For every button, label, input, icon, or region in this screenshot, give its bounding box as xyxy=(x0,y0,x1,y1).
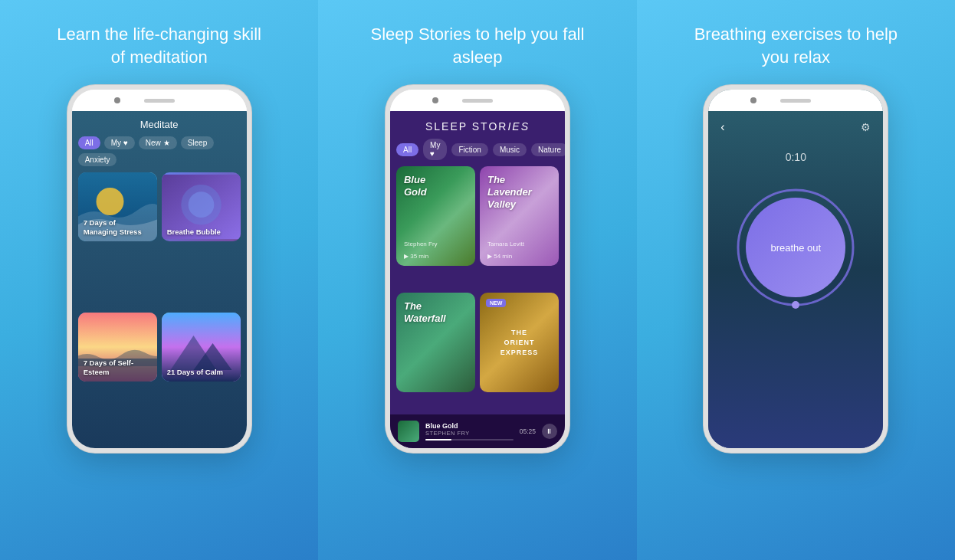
tab-new[interactable]: New ★ xyxy=(139,136,177,149)
meditate-tabs: All My ♥ New ★ Sleep Anxiety xyxy=(72,136,247,172)
now-playing-artist: STEPHEN FRY xyxy=(425,430,514,437)
sleep-tab-nature[interactable]: Nature xyxy=(531,143,565,156)
camera-right xyxy=(750,97,756,103)
settings-button[interactable]: ⚙ xyxy=(861,121,871,133)
story-duration-lavender: ▶ 54 min xyxy=(487,253,512,260)
pause-button[interactable]: ⏸ xyxy=(542,424,557,439)
sleep-grid: BlueGold Stephen Fry ▶ 35 min xyxy=(390,166,565,414)
sleep-tab-my[interactable]: My ♥ xyxy=(423,139,447,160)
story-title-orient: THEORIENTEXPRESS xyxy=(500,328,539,357)
meditate-grid: 7 Days of Managing Stress xyxy=(72,172,247,448)
svg-point-19 xyxy=(792,301,799,309)
tab-all[interactable]: All xyxy=(78,136,100,149)
card-managing-stress[interactable]: 7 Days of Managing Stress xyxy=(78,172,157,241)
phone-left: Meditate All My ♥ New ★ Sleep Anxiety xyxy=(67,85,251,453)
story-title-waterfall: TheWaterfall xyxy=(404,300,446,324)
sleep-screen: SLEEP STORies All My ♥ Fiction Music Nat… xyxy=(390,111,565,448)
sleep-tab-fiction[interactable]: Fiction xyxy=(451,143,487,156)
sleep-tab-music[interactable]: Music xyxy=(493,143,527,156)
new-badge: NEW xyxy=(486,299,506,307)
svg-point-4 xyxy=(188,192,214,218)
story-blue-gold[interactable]: BlueGold Stephen Fry ▶ 35 min xyxy=(396,166,475,266)
speaker-left xyxy=(144,99,175,103)
panel-right-title: Breathing exercises to help you relax xyxy=(688,23,903,68)
screen-right: ‹ ⚙ 0:10 breathe out xyxy=(708,111,883,448)
breathing-screen: ‹ ⚙ 0:10 breathe out xyxy=(708,111,883,448)
panel-left-title: Learn the life-changing skill of meditat… xyxy=(52,23,267,68)
sleep-header: SLEEP STORies xyxy=(390,111,565,139)
story-waterfall[interactable]: TheWaterfall xyxy=(396,293,475,392)
story-duration-blue-gold: ▶ 35 min xyxy=(404,253,428,260)
now-playing-info: Blue Gold STEPHEN FRY xyxy=(425,422,514,440)
speaker-center xyxy=(462,99,493,103)
screen-center: SLEEP STORies All My ♥ Fiction Music Nat… xyxy=(390,111,565,448)
story-author-blue-gold: Stephen Fry xyxy=(404,241,438,247)
panel-right: Breathing exercises to help you relax xyxy=(637,0,955,560)
now-playing-thumb xyxy=(398,421,419,442)
sleep-tabs: All My ♥ Fiction Music Nature xyxy=(390,139,565,166)
breathing-inner-circle: breathe out xyxy=(746,198,845,297)
card-label-stress: 7 Days of Managing Stress xyxy=(78,214,157,242)
svg-point-1 xyxy=(96,188,123,215)
breathing-circle-container: breathe out xyxy=(734,186,857,309)
progress-fill xyxy=(425,439,451,440)
panel-center-title: Sleep Stories to help you fall asleep xyxy=(370,23,585,68)
camera-center xyxy=(432,97,438,103)
now-playing-bar[interactable]: Blue Gold STEPHEN FRY 05:25 ⏸ xyxy=(390,414,565,448)
card-breathe-bubble[interactable]: Breathe Bubble xyxy=(162,172,241,241)
panel-left: Learn the life-changing skill of meditat… xyxy=(0,0,318,560)
phone-top-bar-right xyxy=(708,90,883,111)
sleep-title: SLEEP STORies xyxy=(398,120,557,133)
now-playing-time: 05:25 xyxy=(520,427,536,435)
card-label-breathe: Breathe Bubble xyxy=(162,223,241,241)
speaker-right xyxy=(780,99,811,103)
phone-top-bar-center xyxy=(390,90,565,111)
story-title-blue-gold: BlueGold xyxy=(404,174,427,198)
card-self-esteem[interactable]: 7 Days of Self-Esteem xyxy=(78,313,157,382)
card-label-self-esteem: 7 Days of Self-Esteem xyxy=(78,354,157,382)
story-title-lavender: TheLavenderValley xyxy=(487,174,532,210)
phone-center: SLEEP STORies All My ♥ Fiction Music Nat… xyxy=(386,85,569,453)
meditate-header: Meditate xyxy=(72,111,247,136)
phone-top-bar-left xyxy=(72,90,247,111)
phone-right: ‹ ⚙ 0:10 breathe out xyxy=(704,85,888,453)
card-21-days-calm[interactable]: 21 Days of Calm xyxy=(162,313,241,382)
panel-center: Sleep Stories to help you fall asleep SL… xyxy=(318,0,636,560)
tab-sleep[interactable]: Sleep xyxy=(181,136,215,149)
tab-anxiety[interactable]: Anxiety xyxy=(78,153,117,166)
breathing-timer: 0:10 xyxy=(786,151,806,163)
screen-left: Meditate All My ♥ New ★ Sleep Anxiety xyxy=(72,111,247,448)
back-button[interactable]: ‹ xyxy=(720,120,724,134)
story-lavender-valley[interactable]: TheLavenderValley Tamara Levitt ▶ 54 min xyxy=(480,166,559,266)
sleep-tab-all[interactable]: All xyxy=(396,143,418,156)
breathing-nav: ‹ ⚙ xyxy=(708,111,883,143)
now-playing-controls: ⏸ xyxy=(542,424,557,439)
breathing-instruction-text: breathe out xyxy=(770,242,821,254)
now-playing-title: Blue Gold xyxy=(425,422,514,430)
camera-left xyxy=(114,97,120,103)
card-label-21-calm: 21 Days of Calm xyxy=(162,363,241,382)
tab-my[interactable]: My ♥ xyxy=(104,136,135,149)
progress-bar xyxy=(425,439,514,440)
meditate-screen: Meditate All My ♥ New ★ Sleep Anxiety xyxy=(72,111,247,448)
story-author-lavender: Tamara Levitt xyxy=(487,241,524,247)
story-orient-express[interactable]: NEW THEORIENTEXPRESS xyxy=(480,293,559,392)
